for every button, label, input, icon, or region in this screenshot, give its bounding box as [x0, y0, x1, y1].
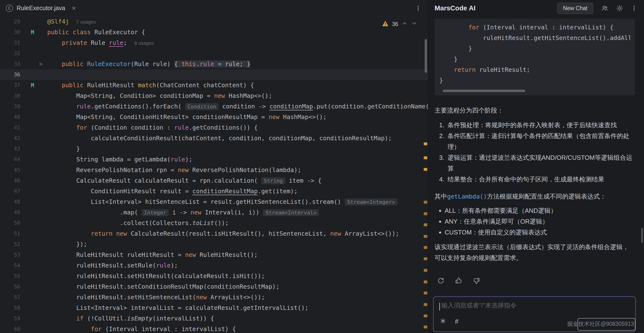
code-text[interactable]: for (Condition condition : rule.getCondi… [47, 122, 428, 133]
prev-warning-icon[interactable] [402, 20, 408, 28]
warning-stripe-mark[interactable] [424, 314, 427, 317]
line-number[interactable]: 54 [0, 260, 20, 271]
method-marker-icon[interactable]: M [31, 80, 34, 90]
panel-menu-icon[interactable] [631, 4, 637, 12]
editor-line[interactable]: 46 CalculateResult calculateResult = rpn… [0, 176, 428, 186]
line-number[interactable]: 29 [0, 16, 20, 27]
code-text[interactable]: ConditionHitResult result = conditionRes… [47, 186, 428, 196]
users-icon[interactable] [601, 4, 608, 12]
line-number[interactable]: 60 [0, 324, 20, 333]
warning-stripe-mark[interactable] [424, 235, 427, 238]
line-number[interactable]: 43 [0, 144, 20, 154]
editor-line[interactable]: 30Mpublic class RuleExecutor { [0, 27, 428, 38]
file-tab[interactable]: C RuleExecutor.java × [6, 4, 76, 12]
code-text[interactable]: Map<String, Condition> conditionMap = ne… [47, 90, 428, 101]
thumbs-up-button[interactable] [453, 276, 464, 286]
line-number[interactable]: 36 [0, 70, 20, 80]
fold-chevron-icon[interactable]: > [39, 59, 43, 70]
inspection-widget[interactable]: 36 [382, 20, 418, 28]
line-number[interactable]: 47 [0, 186, 20, 196]
warning-stripe-mark[interactable] [424, 142, 427, 145]
gear-icon[interactable] [616, 4, 623, 12]
editor-line[interactable]: 55 ruleHitResult.setHitResult(calculateR… [0, 271, 428, 282]
editor-scrollbar-thumb[interactable] [425, 39, 427, 73]
line-number[interactable]: 51 [0, 228, 20, 239]
editor-line[interactable]: 51 return new CalculateResult(result.isH… [0, 228, 428, 239]
code-text[interactable]: .collect(Collectors.toList()); [47, 218, 428, 228]
code-text[interactable]: }); [47, 239, 428, 250]
editor-line[interactable]: 53 RuleHitResult ruleHitResult = new Rul… [0, 250, 428, 260]
warning-stripe-mark[interactable] [424, 168, 427, 171]
next-warning-icon[interactable] [411, 20, 418, 28]
code-text[interactable]: ReversePolishNotation rpn = new ReverseP… [47, 165, 428, 176]
warning-stripe-mark[interactable] [424, 280, 427, 283]
code-text[interactable]: .map( Integer i -> new Interval(i, i)) S… [47, 207, 428, 218]
line-number[interactable]: 49 [0, 207, 20, 218]
editor-line[interactable]: 48 List<Interval> hitSentenceList = resu… [0, 196, 428, 207]
editor-line[interactable]: 38 Map<String, Condition> conditionMap =… [0, 90, 428, 101]
warning-stripe-mark[interactable] [424, 303, 427, 306]
code-text[interactable]: Map<String, ConditionHitResult> conditio… [47, 112, 428, 122]
editor-line[interactable]: 45 ReversePolishNotation rpn = new Rever… [0, 165, 428, 176]
line-number[interactable]: 55 [0, 271, 20, 282]
code-text[interactable]: ruleHitResult.setHitResult(calculateResu… [47, 271, 428, 282]
line-number[interactable]: 57 [0, 292, 20, 303]
editor-line[interactable]: 50 .collect(Collectors.toList()); [0, 218, 428, 228]
code-text[interactable]: if (!CollUtil.isEmpty(intervalList)) { [47, 313, 428, 324]
thumbs-down-button[interactable] [471, 276, 482, 286]
regenerate-button[interactable] [435, 276, 446, 286]
editor-line[interactable]: 44 String lambda = getLambda(rule); [0, 154, 428, 165]
code-text[interactable]: List<Interval> intervalList = calculateR… [47, 303, 428, 313]
warning-stripe-mark[interactable] [424, 269, 427, 272]
line-number[interactable]: 56 [0, 282, 20, 292]
code-text[interactable]: public class RuleExecutor { [47, 27, 428, 38]
warning-stripe-mark[interactable] [424, 212, 427, 215]
commands-icon[interactable] [440, 318, 446, 325]
warning-stripe-mark[interactable] [424, 257, 427, 260]
line-number[interactable]: 30 [0, 27, 20, 38]
tab-close-icon[interactable]: × [72, 4, 76, 12]
method-marker-icon[interactable]: M [31, 27, 34, 38]
line-number[interactable]: 50 [0, 218, 20, 228]
code-text[interactable]: } [47, 144, 428, 154]
code-text[interactable]: RuleHitResult ruleHitResult = new RuleHi… [47, 250, 428, 260]
code-text[interactable]: ruleHitResult.setRule(rule); [47, 260, 428, 271]
code-text[interactable]: for (Interval interval : intervalList) { [47, 324, 428, 333]
line-number[interactable]: 42 [0, 133, 20, 144]
line-number[interactable]: 44 [0, 154, 20, 165]
code-text[interactable]: public RuleHitResult match(ChatContent c… [47, 80, 428, 90]
editor-line[interactable]: 54 ruleHitResult.setRule(rule); [0, 260, 428, 271]
code-text[interactable]: public RuleExecutor(Rule rule) { this.ru… [47, 59, 428, 70]
code-text[interactable]: List<Interval> hitSentenceList = result.… [47, 196, 428, 207]
line-number[interactable]: 46 [0, 176, 20, 186]
editor-options-icon[interactable] [415, 4, 421, 12]
code-text[interactable] [47, 70, 428, 80]
warning-stripe-mark[interactable] [424, 201, 427, 204]
warning-stripe-mark[interactable] [424, 326, 427, 328]
code-text[interactable]: return new CalculateResult(result.isHitR… [47, 228, 428, 239]
warning-stripe-mark[interactable] [424, 156, 427, 159]
code-text[interactable]: private Rule rule;8 usages [47, 38, 428, 48]
line-number[interactable]: 37 [0, 80, 20, 90]
line-number[interactable]: 59 [0, 313, 20, 324]
line-number[interactable]: 40 [0, 112, 20, 122]
code-text[interactable]: @Slf4j7 usages [47, 16, 428, 27]
editor-line[interactable]: 56 ruleHitResult.setConditionResultMap(c… [0, 282, 428, 292]
editor-line[interactable]: 31 private Rule rule;8 usages [0, 38, 428, 48]
editor-line[interactable]: 36 [0, 70, 428, 80]
code-hscrollbar-thumb[interactable] [443, 90, 525, 92]
code-text[interactable]: rule.getConditions().forEach( Condition … [47, 101, 428, 112]
editor-line[interactable]: 49 .map( Integer i -> new Interval(i, i)… [0, 207, 428, 218]
line-number[interactable]: 45 [0, 165, 20, 176]
editor-line[interactable]: 59 if (!CollUtil.isEmpty(intervalList)) … [0, 313, 428, 324]
code-text[interactable]: String lambda = getLambda(rule); [47, 154, 428, 165]
context-hash-icon[interactable]: # [455, 318, 459, 325]
line-number[interactable]: 58 [0, 303, 20, 313]
editor-line[interactable]: 37M public RuleHitResult match(ChatConte… [0, 80, 428, 90]
line-number[interactable]: 33 [0, 59, 20, 70]
editor-line[interactable]: 39 rule.getConditions().forEach( Conditi… [0, 101, 428, 112]
warning-stripe-mark[interactable] [424, 223, 427, 226]
code-text[interactable] [47, 48, 428, 59]
editor-line[interactable]: 32 [0, 48, 428, 59]
editor-line[interactable]: 57 ruleHitResult.setHitSentenceList(new … [0, 292, 428, 303]
